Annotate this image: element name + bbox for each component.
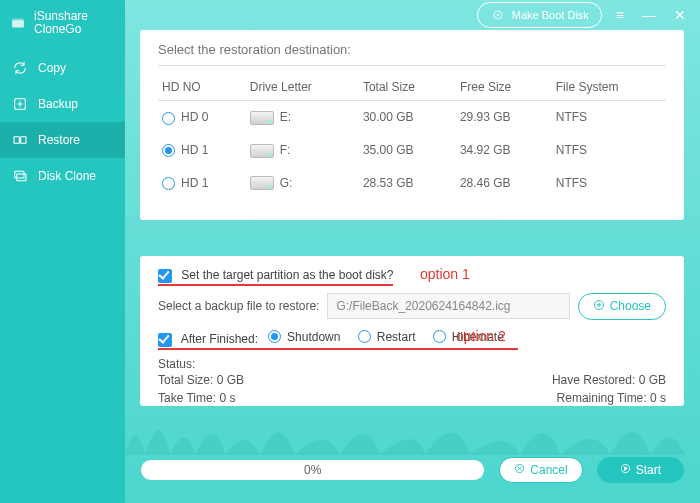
drive-icon [250,176,274,190]
checkbox-set-boot[interactable] [158,269,172,283]
disc-icon [490,7,506,23]
col-fs: File System [552,74,666,101]
col-total: Total Size [359,74,456,101]
options-panel: Set the target partition as the boot dis… [140,256,684,406]
col-hd: HD NO [158,74,246,101]
destination-panel: Select the restoration destination: HD N… [140,30,684,220]
col-free: Free Size [456,74,552,101]
radio-icon [268,330,281,343]
drive-icon [250,111,274,125]
backup-file-row: Select a backup file to restore: Choose [158,293,666,320]
disk-clone-icon [12,168,28,184]
svg-point-7 [497,14,499,16]
after-option-restart[interactable]: Restart [358,330,416,344]
sidebar-item-copy[interactable]: Copy [0,50,125,86]
svg-rect-2 [14,137,19,144]
radio-icon [358,330,371,343]
radio-icon[interactable] [162,177,175,190]
make-boot-label: Make Boot Disk [512,9,589,21]
refresh-icon [12,60,28,76]
set-boot-label: Set the target partition as the boot dis… [181,268,393,282]
status-heading: Status: [158,357,666,371]
restore-icon [12,132,28,148]
drive-icon [250,144,274,158]
svg-rect-5 [17,174,26,181]
sidebar-item-backup[interactable]: Backup [0,86,125,122]
progress-text: 0% [304,463,321,477]
sidebar-item-label: Disk Clone [38,169,96,183]
annotation-option2: option 2 [456,328,506,344]
radio-icon[interactable] [162,112,175,125]
sidebar-item-label: Backup [38,97,78,111]
titlebar: Make Boot Disk ≡ — ✕ [125,0,700,30]
sidebar-item-label: Copy [38,61,66,75]
svg-rect-3 [21,137,26,144]
table-row[interactable]: HD 1 F: 35.00 GB 34.92 GB NTFS [158,134,666,167]
col-letter: Drive Letter [246,74,359,101]
svg-rect-0 [13,21,24,27]
table-row[interactable]: HD 0 E: 30.00 GB 29.93 GB NTFS [158,101,666,134]
start-button[interactable]: Start [597,457,684,483]
make-boot-disk-button[interactable]: Make Boot Disk [477,2,602,28]
annotation-option1: option 1 [420,266,470,282]
brand-line1: iSunshare [34,9,88,23]
after-finished-row: After Finished: Shutdown Restart Hiberna… [158,330,666,347]
after-option-shutdown[interactable]: Shutdown [268,330,340,344]
set-boot-row: Set the target partition as the boot dis… [158,268,666,283]
radio-icon [433,330,446,343]
decoration-grass [125,405,685,455]
brand: iSunshare CloneGo [0,6,125,50]
svg-rect-4 [15,172,24,179]
after-finished-label: After Finished: [181,332,258,346]
panel-heading: Select the restoration destination: [158,42,666,66]
brand-line2: CloneGo [34,22,81,36]
choose-button[interactable]: Choose [578,293,666,320]
status-block: Status: Total Size: 0 GB Have Restored: … [158,357,666,407]
menu-icon[interactable]: ≡ [616,7,624,23]
destination-table: HD NO Drive Letter Total Size Free Size … [158,74,666,199]
radio-icon[interactable] [162,144,175,157]
brand-icon [10,15,26,31]
sidebar-item-restore[interactable]: Restore [0,122,125,158]
plus-box-icon [12,96,28,112]
select-backup-label: Select a backup file to restore: [158,299,319,313]
svg-point-6 [494,11,502,19]
checkbox-after-finished[interactable] [158,333,172,347]
plus-circle-icon [593,299,605,314]
window-controls: ≡ — ✕ [616,7,686,23]
cancel-button[interactable]: Cancel [499,457,582,483]
sidebar-item-diskclone[interactable]: Disk Clone [0,158,125,194]
cancel-icon [514,463,525,477]
sidebar: iSunshare CloneGo Copy Backup Restore Di… [0,0,125,503]
play-icon [620,463,631,477]
backup-file-input[interactable] [327,293,569,319]
table-row[interactable]: HD 1 G: 28.53 GB 28.46 GB NTFS [158,167,666,200]
progress-bar: 0% [140,459,485,481]
close-icon[interactable]: ✕ [674,7,686,23]
minimize-icon[interactable]: — [642,7,656,23]
bottom-bar: 0% Cancel Start [140,457,684,483]
sidebar-item-label: Restore [38,133,80,147]
